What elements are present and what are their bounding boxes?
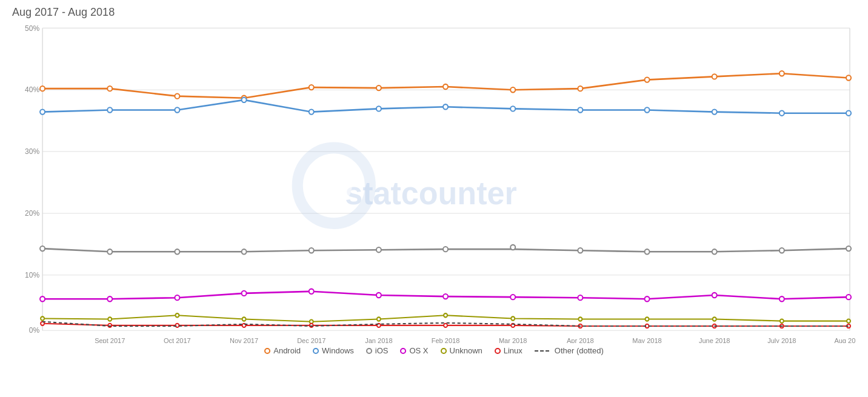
- osx-point: [510, 295, 515, 299]
- windows-legend-dot: [313, 348, 319, 354]
- svg-text:Mar 2018: Mar 2018: [499, 337, 527, 343]
- osx-point: [443, 294, 448, 299]
- svg-text:20%: 20%: [25, 209, 39, 218]
- windows-point: [712, 109, 717, 114]
- osx-legend-label: OS X: [409, 346, 428, 355]
- svg-text:Aug 2018: Aug 2018: [834, 337, 856, 343]
- ios-legend-label: iOS: [375, 346, 389, 355]
- legend-unknown: Unknown: [441, 346, 482, 355]
- ios-legend-dot: [366, 348, 372, 354]
- android-point: [846, 75, 851, 80]
- android-legend-label: Android: [273, 346, 301, 355]
- android-point: [376, 85, 381, 90]
- android-point: [309, 85, 314, 90]
- svg-text:10%: 10%: [25, 271, 39, 279]
- ios-point: [780, 248, 784, 253]
- linux-legend-dot: [495, 348, 501, 354]
- unknown-point: [41, 316, 44, 320]
- legend-windows: Windows: [313, 346, 354, 355]
- android-legend-dot: [264, 348, 270, 354]
- chart-legend: Android Windows iOS OS X Unknown Linux O…: [12, 346, 856, 355]
- osx-point: [107, 296, 112, 301]
- android-point: [712, 74, 717, 79]
- unknown-point: [242, 317, 246, 321]
- windows-point: [376, 106, 381, 111]
- svg-text:June 2018: June 2018: [699, 337, 730, 343]
- linux-point: [444, 324, 447, 327]
- osx-point: [376, 293, 381, 298]
- android-point: [443, 84, 448, 89]
- osx-point: [309, 289, 314, 294]
- unknown-point: [175, 313, 179, 317]
- android-point: [40, 86, 45, 91]
- windows-point: [242, 98, 247, 102]
- ios-point: [644, 249, 649, 254]
- legend-android: Android: [264, 346, 301, 355]
- legend-linux: Linux: [495, 346, 522, 355]
- windows-point: [40, 109, 45, 114]
- windows-point: [443, 104, 448, 109]
- svg-text:Sept 2017: Sept 2017: [95, 337, 125, 343]
- svg-text:Dec 2017: Dec 2017: [297, 337, 326, 343]
- ios-point: [443, 247, 448, 252]
- svg-text:Oct 2017: Oct 2017: [164, 337, 191, 343]
- ios-point: [712, 249, 717, 254]
- other-legend-label: Other (dotted): [555, 346, 604, 355]
- windows-legend-label: Windows: [322, 346, 354, 355]
- svg-text:Apr 2018: Apr 2018: [567, 337, 594, 343]
- windows-point: [846, 111, 851, 116]
- ios-point: [309, 248, 314, 253]
- android-point: [107, 86, 112, 91]
- svg-text:July 2018: July 2018: [767, 337, 796, 343]
- ios-point: [175, 249, 179, 254]
- unknown-point: [780, 319, 784, 323]
- svg-text:50%: 50%: [25, 24, 39, 32]
- windows-point: [309, 109, 314, 114]
- osx-point: [644, 296, 649, 301]
- svg-text:Feb 2018: Feb 2018: [432, 337, 460, 343]
- date-range: Aug 2017 - Aug 2018: [12, 6, 856, 19]
- osx-point: [175, 295, 179, 300]
- ios-point: [510, 245, 515, 250]
- windows-point: [510, 106, 515, 111]
- line-chart: 50% 40% 30% 20% 10% 0% Sept 2017 Oct 201…: [12, 22, 856, 343]
- ios-point: [846, 246, 851, 251]
- android-point: [780, 71, 784, 76]
- unknown-point: [646, 317, 649, 321]
- ios-point: [376, 247, 381, 252]
- unknown-legend-dot: [441, 348, 447, 354]
- osx-point: [780, 296, 784, 301]
- svg-text:40%: 40%: [25, 85, 39, 94]
- ios-point: [40, 246, 45, 251]
- ios-point: [107, 249, 112, 254]
- svg-text:30%: 30%: [25, 147, 39, 156]
- osx-point: [578, 295, 583, 300]
- legend-other: Other (dotted): [535, 346, 604, 355]
- unknown-point: [511, 316, 515, 320]
- unknown-legend-label: Unknown: [450, 346, 482, 355]
- osx-point: [712, 293, 717, 298]
- android-point: [510, 87, 515, 92]
- unknown-point: [847, 319, 850, 323]
- ios-point: [242, 249, 247, 254]
- legend-ios: iOS: [366, 346, 389, 355]
- android-point: [644, 77, 649, 82]
- android-point: [578, 86, 583, 91]
- linux-legend-label: Linux: [504, 346, 522, 355]
- watermark-inner: [316, 167, 352, 204]
- unknown-point: [108, 317, 112, 321]
- unknown-point: [578, 317, 582, 321]
- windows-point: [644, 107, 649, 112]
- svg-text:Nov 2017: Nov 2017: [230, 337, 258, 343]
- other-legend-line: [535, 350, 549, 352]
- unknown-point: [444, 313, 447, 317]
- svg-text:Jan 2018: Jan 2018: [365, 337, 392, 343]
- svg-text:May 2018: May 2018: [632, 337, 661, 343]
- windows-point: [578, 107, 583, 112]
- ios-point: [578, 248, 583, 253]
- osx-point: [846, 295, 851, 299]
- windows-point: [107, 107, 112, 112]
- osx-point: [40, 296, 45, 301]
- windows-point: [175, 107, 179, 112]
- osx-point: [242, 291, 247, 296]
